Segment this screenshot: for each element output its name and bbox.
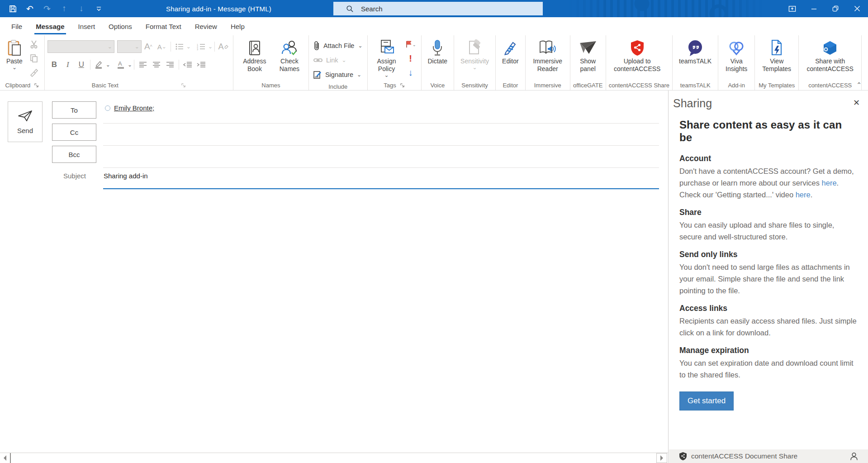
underline-button[interactable]: U xyxy=(75,58,88,71)
link-button: Link ⌄ xyxy=(313,54,363,66)
dialog-launcher-icon[interactable] xyxy=(34,83,39,88)
editor-button[interactable]: Editor xyxy=(498,37,522,67)
person-icon[interactable] xyxy=(850,452,858,461)
immersive-reader-button[interactable]: Immersive Reader xyxy=(528,37,567,74)
to-field[interactable] xyxy=(103,123,659,124)
tab-options[interactable]: Options xyxy=(102,17,139,35)
sensitivity-icon xyxy=(467,38,483,57)
group-voice: Dictate Voice xyxy=(422,35,455,90)
pane-title: Sharing xyxy=(673,97,712,110)
link-label: Link xyxy=(326,57,338,64)
chevron-down-icon[interactable]: ⌄ xyxy=(128,62,132,67)
attach-file-button[interactable]: Attach File ⌄ xyxy=(313,40,363,52)
get-started-button[interactable]: Get started xyxy=(679,391,734,410)
send-button[interactable]: Send xyxy=(8,101,43,142)
cc-field[interactable] xyxy=(103,145,659,146)
horizontal-scrollbar[interactable] xyxy=(0,453,668,463)
share-with-contentaccess-label: Share with contentACCESS xyxy=(805,57,855,73)
increase-indent-icon[interactable] xyxy=(194,58,208,71)
check-names-icon xyxy=(281,38,298,57)
account-dot-1: . xyxy=(837,179,839,187)
ribbon-display-options-icon[interactable] xyxy=(781,0,803,17)
high-importance-icon[interactable]: ! xyxy=(404,52,417,65)
tab-format-text[interactable]: Format Text xyxy=(139,17,188,35)
group-officegate: Show panel officeGATE xyxy=(570,35,606,90)
video-here-link[interactable]: here xyxy=(796,191,811,199)
chevron-down-icon: ⌄ xyxy=(358,43,362,48)
message-body[interactable] xyxy=(0,190,668,452)
window-title: Sharing add-in - Message (HTML) xyxy=(166,0,271,17)
services-here-link[interactable]: here xyxy=(822,179,837,187)
font-name-select: ⌄ xyxy=(47,40,114,53)
send-label: Send xyxy=(17,127,33,134)
highlight-icon[interactable] xyxy=(92,58,106,71)
font-color-icon[interactable]: A xyxy=(114,58,128,71)
section-title-account: Account xyxy=(679,154,857,163)
low-importance-icon[interactable]: ↓ xyxy=(404,66,417,79)
undo-icon[interactable]: ↶ xyxy=(23,2,37,15)
group-label-tags: Tags xyxy=(384,82,396,89)
group-label-basic-text: Basic Text xyxy=(92,82,119,89)
bcc-field[interactable] xyxy=(103,167,659,168)
group-label-sensitivity: Sensitivity xyxy=(461,82,488,89)
group-label-names: Names xyxy=(261,82,280,89)
dialog-launcher-icon[interactable] xyxy=(181,83,186,88)
align-left-icon[interactable] xyxy=(136,58,150,71)
close-window-icon[interactable] xyxy=(846,0,868,17)
tab-file[interactable]: File xyxy=(5,17,29,35)
minimize-icon[interactable] xyxy=(803,0,825,17)
assign-policy-button[interactable]: Assign Policy ⌄ xyxy=(370,37,403,79)
address-book-label: Address Book xyxy=(240,57,270,73)
tab-insert[interactable]: Insert xyxy=(71,17,102,35)
svg-text:A: A xyxy=(118,60,122,67)
scroll-left-icon[interactable] xyxy=(0,453,11,463)
align-right-icon[interactable] xyxy=(163,58,177,71)
close-pane-icon[interactable]: ✕ xyxy=(853,98,860,108)
subject-field[interactable]: Sharing add-in xyxy=(104,172,148,180)
chevron-down-icon: ⌄ xyxy=(108,44,112,49)
group-label-contentaccess-share: contentACCESS Share xyxy=(609,82,669,89)
bold-button[interactable]: B xyxy=(47,58,61,71)
check-names-button[interactable]: Check Names xyxy=(273,37,306,74)
tab-help[interactable]: Help xyxy=(224,17,251,35)
teamstalk-button[interactable]: teamsTALK xyxy=(675,37,715,67)
show-panel-button[interactable]: Show panel xyxy=(573,37,603,74)
pane-heading: Share content as easy as it can be xyxy=(679,119,857,144)
to-button[interactable]: To xyxy=(52,101,96,119)
address-book-button[interactable]: Address Book xyxy=(236,37,273,74)
italic-button[interactable]: I xyxy=(61,58,75,71)
dialog-launcher-icon[interactable] xyxy=(400,83,405,88)
search-placeholder: Search xyxy=(361,5,383,13)
chevron-down-icon: ⌄ xyxy=(135,44,139,49)
tab-review[interactable]: Review xyxy=(188,17,224,35)
upload-to-contentaccess-button[interactable]: Upload to contentACCESS xyxy=(609,37,666,74)
font-size-select: ⌄ xyxy=(117,40,142,53)
paste-button[interactable]: Paste ⌄ xyxy=(3,37,26,71)
group-editor: Editor Editor xyxy=(496,35,526,90)
view-templates-button[interactable]: View Templates xyxy=(758,37,796,74)
shrink-font-button: A⌄ xyxy=(155,40,169,53)
search-input[interactable]: Search xyxy=(333,2,543,15)
grow-font-button: A^ xyxy=(142,40,155,53)
align-center-icon[interactable] xyxy=(150,58,163,71)
save-icon[interactable] xyxy=(5,2,20,15)
assign-policy-icon xyxy=(379,38,394,57)
chevron-down-icon: ⌄ xyxy=(342,58,346,62)
dictate-button[interactable]: Dictate xyxy=(424,37,451,67)
tab-message[interactable]: Message xyxy=(29,17,71,35)
restore-icon[interactable] xyxy=(825,0,846,17)
recipient-chip[interactable]: Emily Bronte; xyxy=(105,104,154,112)
bcc-button[interactable]: Bcc xyxy=(52,146,96,163)
chevron-down-icon: ⌄ xyxy=(162,44,166,49)
scroll-right-icon[interactable] xyxy=(656,453,667,463)
viva-insights-button[interactable]: Viva Insights xyxy=(721,37,752,74)
decrease-indent-icon[interactable] xyxy=(181,58,194,71)
follow-up-flag-icon[interactable]: ⌄ xyxy=(404,38,417,51)
chevron-down-icon[interactable]: ⌄ xyxy=(106,62,110,67)
signature-button[interactable]: Signature ⌄ xyxy=(313,69,363,81)
cc-button[interactable]: Cc xyxy=(52,124,96,141)
collapse-ribbon-icon[interactable]: ⌃ xyxy=(856,81,862,88)
customize-quick-access-icon[interactable] xyxy=(91,2,106,15)
share-with-contentaccess-button[interactable]: Share with contentACCESS xyxy=(802,37,859,74)
group-label-officegate: officeGATE xyxy=(573,82,602,89)
